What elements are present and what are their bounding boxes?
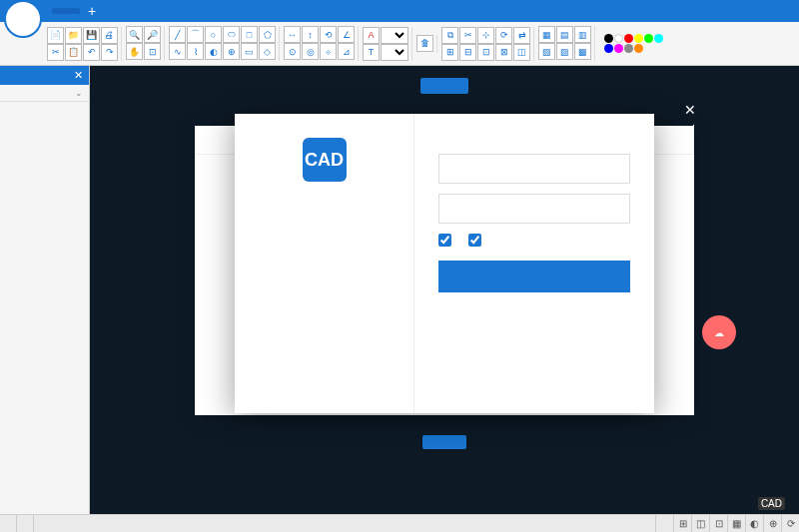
tool-btn[interactable]: ↷ [101, 44, 118, 61]
remember-checkbox[interactable] [468, 234, 484, 247]
statusbar: ⊞ ◫ ⊡ ▦ ◐ ⊕ ⟳ [0, 514, 799, 532]
pan-btn[interactable]: ✋ [126, 43, 143, 60]
tool-btn[interactable]: ⊡ [144, 43, 161, 60]
coop-widget: ☁ [679, 315, 759, 355]
tool-btn[interactable]: 📋 [65, 44, 82, 61]
tool-btn[interactable]: 💾 [83, 27, 100, 44]
login-button[interactable] [438, 261, 630, 292]
version-label: CAD [758, 497, 789, 510]
confirm-button[interactable] [639, 515, 656, 532]
login-dialog: CAD 👤 🔒 [235, 114, 654, 413]
status-icon[interactable]: ◫ [691, 515, 709, 533]
tool-btn[interactable]: ⊙ [284, 43, 301, 60]
status-edition[interactable] [0, 515, 17, 532]
tool-btn[interactable]: ⧉ [441, 27, 458, 44]
tool-btn[interactable]: 🗑 [416, 35, 433, 52]
login-cloud-button[interactable] [422, 435, 466, 449]
tool-btn[interactable]: ◇ [259, 43, 276, 60]
dialog-logo: CAD [303, 138, 347, 182]
tool-btn[interactable]: ⟐ [320, 43, 337, 60]
line-btn[interactable]: ╱ [169, 26, 186, 43]
new-drawing-button[interactable] [420, 78, 468, 94]
new-tab-button[interactable]: + [88, 3, 96, 19]
tool-btn[interactable]: ▩ [574, 43, 591, 60]
tool-btn[interactable]: ⊿ [338, 43, 355, 60]
zoom-out-btn[interactable]: 🔎 [144, 26, 161, 43]
font-select[interactable] [381, 27, 408, 44]
status-commands[interactable] [17, 515, 34, 532]
tool-btn[interactable]: ◫ [513, 44, 530, 61]
tool-btn[interactable]: ∿ [169, 43, 186, 60]
document-tab[interactable] [52, 8, 80, 14]
text-btn[interactable]: A [363, 27, 380, 44]
tool-btn[interactable]: ▨ [556, 43, 573, 60]
coop-icon[interactable]: ☁ [702, 315, 736, 349]
tool-btn[interactable]: 🖨 [101, 27, 118, 44]
tool-btn[interactable]: ⌒ [187, 26, 204, 43]
app-logo[interactable] [4, 0, 42, 38]
tool-btn[interactable]: 📁 [65, 27, 82, 44]
tool-btn[interactable]: ⌇ [187, 43, 204, 60]
panel-close-icon[interactable]: ✕ [684, 102, 696, 118]
tool-btn[interactable]: ⟳ [495, 27, 512, 44]
status-icon[interactable]: ⊡ [709, 515, 727, 533]
zoom-in-btn[interactable]: 🔍 [126, 26, 143, 43]
sidebar-header[interactable]: ✕ [0, 66, 89, 85]
status-icon[interactable]: ⊕ [763, 515, 781, 533]
chevron-down-icon: ⌄ [75, 88, 83, 98]
status-icon[interactable]: ◐ [745, 515, 763, 533]
tool-btn[interactable]: ↶ [83, 44, 100, 61]
tool-btn[interactable]: ✂ [459, 27, 476, 44]
tool-btn[interactable]: ◎ [302, 43, 319, 60]
tool-btn[interactable]: □ [241, 26, 258, 43]
tool-btn[interactable]: ▦ [538, 26, 555, 43]
tool-btn[interactable]: ⊟ [459, 44, 476, 61]
tool-btn[interactable]: ∠ [338, 26, 355, 43]
tool-btn[interactable]: ✂ [47, 44, 64, 61]
tool-btn[interactable]: ⊡ [477, 44, 494, 61]
tool-btn[interactable]: ⊠ [495, 44, 512, 61]
username-input[interactable] [438, 154, 630, 184]
tool-btn[interactable]: 📄 [47, 27, 64, 44]
auto-login-checkbox[interactable] [438, 234, 454, 247]
canvas-area: 📁 ✉ ✕ ☁ CAD 👤 🔒 [90, 66, 799, 514]
close-icon[interactable]: ✕ [74, 69, 83, 82]
status-icon[interactable]: ▦ [727, 515, 745, 533]
color-palette[interactable] [604, 34, 664, 53]
tool-btn[interactable]: ▧ [538, 43, 555, 60]
toolbar: 📄📁💾🖨✂📋↶↷ 🔍🔎✋⊡ ╱⌒○⬭□⬠∿⌇◐⊕▭◇ ↔↕⟲∠⊙◎⟐⊿ AT 🗑… [0, 22, 799, 66]
tool-btn[interactable]: T [363, 44, 380, 61]
tool-btn[interactable]: ⬠ [259, 26, 276, 43]
tool-btn[interactable]: ↕ [302, 26, 319, 43]
titlebar: + [0, 0, 799, 22]
sidebar: ✕ ⌄ [0, 66, 90, 514]
tool-btn[interactable]: ○ [205, 26, 222, 43]
tool-btn[interactable]: ⟲ [320, 26, 337, 43]
tool-btn[interactable]: ⊹ [477, 27, 494, 44]
tool-btn[interactable]: ⊞ [441, 44, 458, 61]
size-select[interactable] [381, 44, 408, 61]
tool-btn[interactable]: ▭ [241, 43, 258, 60]
tool-btn[interactable]: ◐ [205, 43, 222, 60]
tool-btn[interactable]: ▥ [574, 26, 591, 43]
status-icon[interactable]: ⊞ [673, 515, 691, 533]
sidebar-item-expanded[interactable]: ⌄ [0, 85, 89, 102]
tool-btn[interactable]: ⬭ [223, 26, 240, 43]
tool-btn[interactable]: ⊕ [223, 43, 240, 60]
tool-btn[interactable]: ↔ [284, 26, 301, 43]
tool-btn[interactable]: ⇄ [513, 27, 530, 44]
status-icon[interactable]: ⟳ [781, 515, 799, 533]
password-input[interactable] [438, 194, 630, 224]
tool-btn[interactable]: ▤ [556, 26, 573, 43]
